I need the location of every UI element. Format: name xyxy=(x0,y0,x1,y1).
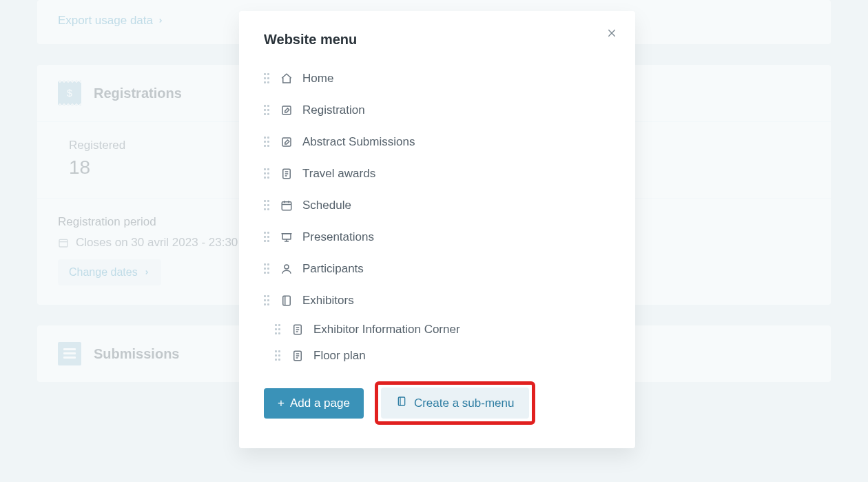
menu-item-label: Travel awards xyxy=(302,167,375,181)
modal-actions: + Add a page Create a sub-menu xyxy=(264,381,610,425)
page-icon xyxy=(291,350,304,362)
menu-item[interactable]: Registration xyxy=(264,94,610,126)
drag-handle-icon[interactable] xyxy=(264,232,271,243)
add-page-label: Add a page xyxy=(290,396,350,410)
menu-item-label: Registration xyxy=(302,103,365,117)
drag-handle-icon[interactable] xyxy=(275,324,282,335)
menu-item-label: Exhibitor Information Corner xyxy=(313,323,460,337)
menu-item-label: Home xyxy=(302,72,333,86)
menu-item-label: Abstract Submissions xyxy=(302,135,415,149)
modal-title: Website menu xyxy=(264,32,610,48)
website-menu-modal: Website menu HomeRegistrationAbstract Su… xyxy=(239,11,635,448)
svg-rect-10 xyxy=(282,202,291,210)
svg-point-18 xyxy=(285,265,289,269)
drag-handle-icon[interactable] xyxy=(264,168,271,179)
svg-rect-4 xyxy=(282,106,291,114)
calendar-icon xyxy=(280,199,293,212)
menu-subitem[interactable]: Exhibitor Information Corner xyxy=(264,317,610,343)
highlight-annotation: Create a sub-menu xyxy=(375,381,536,425)
menu-list: HomeRegistrationAbstract SubmissionsTrav… xyxy=(264,63,610,369)
menu-item-label: Exhibitors xyxy=(302,294,354,308)
create-submenu-label: Create a sub-menu xyxy=(414,396,515,410)
add-page-button[interactable]: + Add a page xyxy=(264,388,364,419)
drag-handle-icon[interactable] xyxy=(264,200,271,211)
page-icon xyxy=(280,168,293,180)
presentation-icon xyxy=(280,231,293,243)
drag-handle-icon[interactable] xyxy=(264,73,271,84)
edit-icon xyxy=(280,104,293,117)
menu-item[interactable]: Abstract Submissions xyxy=(264,126,610,158)
menu-item[interactable]: Participants xyxy=(264,253,610,285)
svg-rect-29 xyxy=(398,397,404,405)
close-icon[interactable] xyxy=(602,23,621,43)
person-icon xyxy=(280,263,293,275)
plus-icon: + xyxy=(278,396,285,410)
menu-item[interactable]: Home xyxy=(264,63,610,94)
drag-handle-icon[interactable] xyxy=(264,295,271,306)
book-icon xyxy=(396,396,407,410)
menu-subitem[interactable]: Floor plan xyxy=(264,343,610,369)
book-icon xyxy=(280,294,293,307)
menu-item[interactable]: Travel awards xyxy=(264,158,610,190)
drag-handle-icon[interactable] xyxy=(264,137,271,148)
home-icon xyxy=(280,72,293,85)
menu-item-label: Presentations xyxy=(302,230,374,244)
drag-handle-icon[interactable] xyxy=(264,105,271,116)
create-submenu-button[interactable]: Create a sub-menu xyxy=(381,388,530,419)
svg-rect-19 xyxy=(283,296,291,305)
menu-item-label: Schedule xyxy=(302,199,351,212)
menu-item[interactable]: Schedule xyxy=(264,190,610,221)
svg-rect-5 xyxy=(282,138,291,146)
menu-item[interactable]: Exhibitors xyxy=(264,285,610,317)
menu-item-label: Floor plan xyxy=(313,349,366,363)
svg-rect-14 xyxy=(282,234,291,239)
menu-item[interactable]: Presentations xyxy=(264,221,610,253)
page-icon xyxy=(291,323,304,336)
drag-handle-icon[interactable] xyxy=(264,263,271,274)
drag-handle-icon[interactable] xyxy=(275,350,282,361)
menu-item-label: Participants xyxy=(302,262,364,276)
edit-icon xyxy=(280,136,293,148)
